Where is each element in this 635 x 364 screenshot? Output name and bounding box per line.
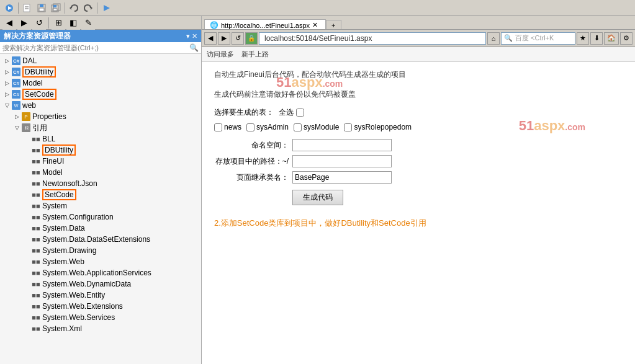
tree-expand-icon[interactable]: ▷ xyxy=(2,58,11,64)
tree-item[interactable]: ▷PProperties xyxy=(0,111,201,122)
home2-btn[interactable]: 🏠 xyxy=(604,32,619,45)
tree-item[interactable]: ■■Model xyxy=(0,167,201,178)
tree-expand-icon[interactable]: ▷ xyxy=(2,91,11,97)
toolbar-collapse[interactable]: ✎ xyxy=(81,16,95,30)
svg-marker-14 xyxy=(104,5,110,11)
tab-icon: 🌐 xyxy=(210,21,218,29)
tree-item[interactable]: ▷C#DAL xyxy=(0,55,201,66)
checkbox-sysmodule[interactable]: sysModule xyxy=(294,123,339,131)
star-btn[interactable]: ★ xyxy=(577,32,589,45)
browser-search-bar[interactable]: 🔍 百度 <Ctrl+K xyxy=(501,32,575,45)
checkbox-sysrole-label: sysRolepopedom xyxy=(354,123,412,131)
settings-btn[interactable]: ⚙ xyxy=(620,32,633,45)
checkbox-sysadmin[interactable]: sysAdmin xyxy=(246,123,289,131)
fav-item-1[interactable]: 访问最多 xyxy=(204,49,236,60)
pin-button[interactable]: ▾ ✕ xyxy=(186,32,197,40)
tree-item[interactable]: ■■System.Web.Extensions xyxy=(0,301,201,312)
toolbar-refresh[interactable]: ↺ xyxy=(32,16,46,30)
tree-item-label: System.Web.ApplicationServices xyxy=(42,269,151,277)
tree-item[interactable]: ■■System.Drawing xyxy=(0,245,201,256)
checkbox-news[interactable]: news xyxy=(214,123,241,131)
tree-item-label: DBUtility xyxy=(42,144,76,156)
form-row-inherit: 页面继承类名： xyxy=(214,171,623,184)
tree-item[interactable]: ■■System.Configuration xyxy=(0,211,201,223)
nav-fwd-btn[interactable]: ▶ xyxy=(218,32,230,45)
new-tab-button[interactable]: + xyxy=(326,20,341,29)
tree-item-icon: ■■ xyxy=(31,246,41,255)
checkbox-sysrole-input[interactable] xyxy=(344,123,352,131)
form-row-path: 存放项目中的路径：~/ xyxy=(214,155,623,167)
tree-item-icon: ■■ xyxy=(31,313,41,322)
search-icon: 🔍 xyxy=(189,43,199,52)
tree-item-label: Model xyxy=(42,168,63,177)
tree-item[interactable]: ■■System.Data.DataSetExtensions xyxy=(0,234,201,245)
tree-item[interactable]: ■■System.Web.Entity xyxy=(0,290,201,301)
tree-item[interactable]: ▽Wweb xyxy=(0,100,201,111)
toolbar-btn-debug[interactable] xyxy=(99,1,113,15)
tree-item-label: web xyxy=(22,101,36,110)
download-btn[interactable]: ⬇ xyxy=(590,32,603,45)
tree-item[interactable]: ■■SetCode xyxy=(0,189,201,200)
browser-panel: 🌐 http://localho...etFineui1.aspx ✕ + ◀ … xyxy=(202,16,635,364)
tree-item[interactable]: ▽⛓引用 xyxy=(0,122,201,133)
tree-item-label: 引用 xyxy=(32,123,47,133)
tree-item[interactable]: ■■System.Xml xyxy=(0,323,201,334)
inherit-input[interactable] xyxy=(292,171,392,184)
tree-item[interactable]: ▷C#Model xyxy=(0,78,201,89)
tree-item-label: Model xyxy=(22,79,43,87)
tree-expand-icon[interactable]: ▷ xyxy=(12,113,21,120)
address-bar[interactable]: localhost:50184/SetFineui1.aspx xyxy=(259,32,486,45)
checkbox-sysrole[interactable]: sysRolepopedom xyxy=(344,123,412,131)
toolbar-nav-fwd[interactable]: ▶ xyxy=(17,16,31,30)
tree-item[interactable]: ■■BLL xyxy=(0,133,201,144)
nav-refresh-btn[interactable]: ↺ xyxy=(232,32,244,45)
notice-line1: 自动生成Fineui后台代码，配合动软代码生成器生成的项目 xyxy=(214,70,406,79)
checkbox-sysadmin-input[interactable] xyxy=(246,123,254,131)
tree-item[interactable]: ■■FineUI xyxy=(0,156,201,167)
checkbox-sysmodule-input[interactable] xyxy=(294,123,302,131)
toolbar-sep-2 xyxy=(65,2,65,14)
tree-item[interactable]: ■■System.Data xyxy=(0,223,201,234)
browser-tab-active[interactable]: 🌐 http://localho...etFineui1.aspx ✕ xyxy=(204,19,326,29)
tree-item[interactable]: ■■Newtonsoft.Json xyxy=(0,178,201,189)
tree-item-label: System.Web xyxy=(42,257,84,266)
tree-item[interactable]: ■■System xyxy=(0,200,201,211)
toolbar-btn-save-all[interactable] xyxy=(49,1,63,15)
svg-marker-12 xyxy=(70,6,71,10)
toolbar-btn-go[interactable] xyxy=(2,1,16,15)
tab-close-icon[interactable]: ✕ xyxy=(312,21,318,29)
gen-code-button[interactable]: 生成代码 xyxy=(292,190,343,205)
toolbar-properties[interactable]: ⊞ xyxy=(52,16,65,30)
tree-item[interactable]: ■■System.Web.DynamicData xyxy=(0,278,201,290)
tree-expand-icon[interactable]: ▽ xyxy=(2,102,11,109)
tree-expand-icon[interactable]: ▷ xyxy=(2,69,11,75)
fav-item-2[interactable]: 新手上路 xyxy=(239,49,271,60)
toolbar-btn-undo[interactable] xyxy=(67,1,81,15)
tree-item-label: FineUI xyxy=(42,157,64,166)
nav-home-btn[interactable]: ⌂ xyxy=(487,32,500,45)
toolbar-show-all[interactable]: ◧ xyxy=(66,16,80,30)
checkbox-news-input[interactable] xyxy=(214,123,222,131)
tree-item[interactable]: ■■System.Web.ApplicationServices xyxy=(0,267,201,278)
path-input[interactable] xyxy=(292,155,392,167)
select-all-text: 全选 xyxy=(279,107,294,118)
tree-item[interactable]: ■■System.Web xyxy=(0,256,201,267)
tree-item[interactable]: ■■System.Web.Services xyxy=(0,312,201,323)
tree-item-icon: ■■ xyxy=(31,324,41,334)
namespace-input[interactable] xyxy=(292,139,392,151)
tree-expand-icon[interactable]: ▷ xyxy=(2,80,11,86)
svg-marker-13 xyxy=(91,6,92,10)
tree-item[interactable]: ■■DBUtility xyxy=(0,144,201,156)
tree-item[interactable]: ▷C#SetCode xyxy=(0,89,201,100)
toolbar-nav-back[interactable]: ◀ xyxy=(2,16,16,30)
toolbar-btn-new[interactable] xyxy=(20,1,34,15)
search-input[interactable] xyxy=(2,44,189,51)
tree-area: ▷C#DAL▷C#DBUtility▷C#Model▷C#SetCode▽Wwe… xyxy=(0,54,201,364)
tree-expand-icon[interactable]: ▽ xyxy=(12,125,21,131)
nav-back-btn[interactable]: ◀ xyxy=(204,32,217,45)
tree-item[interactable]: ▷C#DBUtility xyxy=(0,66,201,78)
tree-item-label: Properties xyxy=(32,112,66,121)
select-all-checkbox[interactable] xyxy=(296,109,304,117)
toolbar-btn-redo[interactable] xyxy=(81,1,95,15)
toolbar-btn-save[interactable] xyxy=(35,1,48,15)
